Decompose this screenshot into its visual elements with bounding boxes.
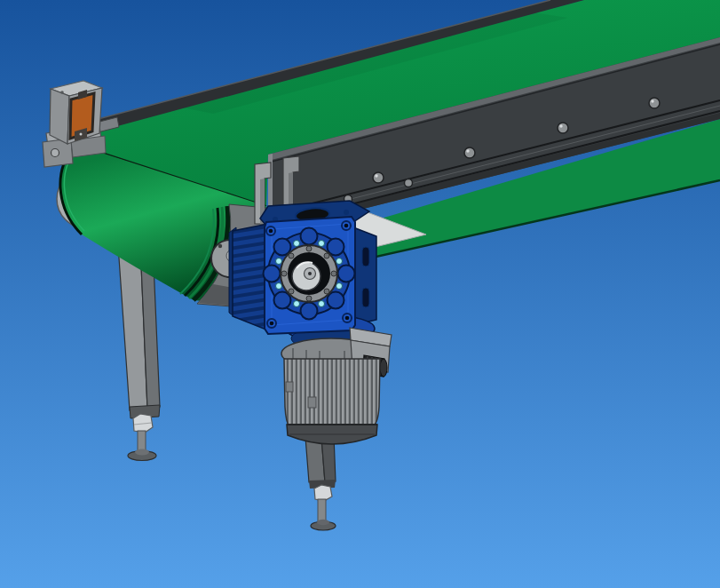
threaded-rod-rear [318, 499, 326, 522]
photoelectric-sensor [50, 81, 102, 144]
cad-viewport[interactable] [0, 0, 720, 588]
electric-motor [281, 328, 392, 444]
gearbox-output-flange [264, 228, 355, 320]
motor-cooling-fins [284, 359, 380, 426]
gearbox-side-panel [353, 227, 376, 325]
conveyor-3d-scene[interactable] [0, 0, 720, 588]
gearbox-cooling-fins [233, 224, 268, 330]
adjuster-nut-rear [314, 485, 332, 501]
